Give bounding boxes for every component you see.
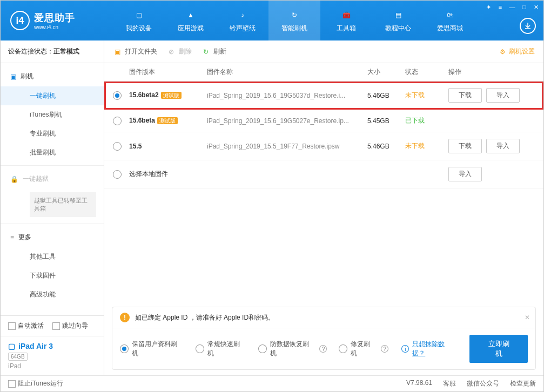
table-header: 固件版本 固件名称 大小 状态 操作 <box>104 63 543 82</box>
open-folder-button[interactable]: ▣ 打开文件夹 <box>113 47 157 56</box>
close-icon[interactable]: ✕ <box>532 3 540 11</box>
sidebar-item-flash-0[interactable]: 一键刷机 <box>1 86 104 105</box>
device-card: ▢ iPad Air 3 64GB iPad <box>1 336 104 375</box>
import-button[interactable]: 导入 <box>486 88 520 103</box>
more-icon: ≡ <box>10 234 14 241</box>
nav-icon: ▢ <box>132 9 145 22</box>
app-version: V7.98.61 <box>406 379 432 388</box>
table-row[interactable]: 15.6beta测试版 iPad_Spring_2019_15.6_19G502… <box>104 110 543 132</box>
menu-icon[interactable]: ≡ <box>496 3 505 11</box>
help-icon[interactable]: ? <box>319 345 327 353</box>
nav-2[interactable]: ♪铃声壁纸 <box>217 1 268 40</box>
row-radio[interactable] <box>113 117 122 125</box>
flash-now-button[interactable]: 立即刷机 <box>469 335 528 363</box>
firmware-status: 未下载 <box>405 91 448 100</box>
delete-button[interactable]: ⊘ 删除 <box>167 47 192 56</box>
firmware-size: 5.46GB <box>367 92 405 99</box>
nav-icon: 🧰 <box>340 9 353 22</box>
beta-tag: 测试版 <box>157 117 178 124</box>
firmware-name: iPad_Spring_2019_15.6_19G5027e_Restore.i… <box>207 117 367 125</box>
firmware-name: iPad_Spring_2019_15.6_19G5037d_Restore.i… <box>207 92 367 99</box>
download-manager-icon[interactable] <box>520 18 536 34</box>
logo-icon: i4 <box>10 11 30 30</box>
import-button[interactable]: 导入 <box>486 139 520 153</box>
local-firmware-row[interactable]: 选择本地固件 导入 <box>104 160 543 188</box>
folder-icon: ▣ <box>113 48 122 56</box>
nav-icon: ♪ <box>236 9 249 22</box>
import-button[interactable]: 导入 <box>448 167 482 181</box>
sidebar-item-flash-1[interactable]: iTunes刷机 <box>1 105 104 124</box>
flash-settings-button[interactable]: ⚙ 刷机设置 <box>500 47 535 56</box>
sidebar-item-flash-3[interactable]: 批量刷机 <box>1 143 104 162</box>
device-name: iPad Air 3 <box>18 342 53 350</box>
sidebar-item-flash-2[interactable]: 专业刷机 <box>1 124 104 143</box>
jailbreak-note: 越狱工具已转移至工具箱 <box>30 192 96 217</box>
device-icon: ▢ <box>8 342 15 350</box>
firmware-status: 未下载 <box>405 141 448 151</box>
sidebar-flash-head[interactable]: ▣ 刷机 <box>1 66 104 86</box>
row-radio[interactable] <box>113 170 122 179</box>
nav-6[interactable]: 🛍爱思商城 <box>424 1 476 40</box>
row-radio[interactable] <box>113 91 122 100</box>
nav-3[interactable]: ↻智能刷机 <box>268 1 320 40</box>
flash-option-2[interactable]: 防数据恢复刷机? <box>258 340 327 358</box>
support-link[interactable]: 客服 <box>443 379 456 388</box>
row-radio[interactable] <box>113 142 122 151</box>
top-nav: ▢我的设备▲应用游戏♪铃声壁纸↻智能刷机🧰工具箱▤教程中心🛍爱思商城 <box>113 1 476 40</box>
notice-text: 如已绑定 Apple ID ，请准备好 Apple ID和密码。 <box>135 313 274 322</box>
sidebar-jailbreak-head: 🔒 一键越狱 <box>1 169 104 189</box>
close-notice-icon[interactable]: ✕ <box>525 314 530 321</box>
option-radio[interactable] <box>196 344 204 353</box>
option-radio[interactable] <box>258 344 267 353</box>
device-type: iPad <box>8 362 96 370</box>
sidebar-item-more-2[interactable]: 高级功能 <box>1 285 104 304</box>
toolbar: ▣ 打开文件夹 ⊘ 删除 ↻ 刷新 ⚙ 刷机设置 <box>104 40 543 63</box>
connection-status: 设备连接状态：正常模式 <box>1 40 104 63</box>
content: ▣ 打开文件夹 ⊘ 删除 ↻ 刷新 ⚙ 刷机设置 固件版本 固件名称 大小 状态… <box>104 40 543 375</box>
refresh-button[interactable]: ↻ 刷新 <box>202 47 226 56</box>
device-storage: 64GB <box>8 353 28 361</box>
app-header: i4 爱思助手 www.i4.cn ▢我的设备▲应用游戏♪铃声壁纸↻智能刷机🧰工… <box>1 1 543 40</box>
refresh-icon: ↻ <box>202 48 210 56</box>
download-button[interactable]: 下载 <box>448 139 482 153</box>
sidebar-more-head[interactable]: ≡ 更多 <box>1 227 104 247</box>
nav-0[interactable]: ▢我的设备 <box>113 1 165 40</box>
check-update-link[interactable]: 检查更新 <box>510 379 536 388</box>
auto-activate-checkbox[interactable]: 自动激活 <box>8 321 44 330</box>
table-row[interactable]: 15.5 iPad_Spring_2019_15.5_19F77_Restore… <box>104 132 543 160</box>
app-title: 爱思助手 <box>34 11 75 24</box>
block-itunes-checkbox[interactable]: 阻止iTunes运行 <box>8 379 63 388</box>
help-icon[interactable]: ? <box>381 345 388 353</box>
gear-icon: ⚙ <box>500 48 506 56</box>
wechat-link[interactable]: 微信公众号 <box>467 379 499 388</box>
download-button[interactable]: 下载 <box>448 88 482 103</box>
nav-icon: 🛍 <box>444 9 456 22</box>
firmware-size: 5.45GB <box>367 117 405 125</box>
erase-link[interactable]: 只想抹除数据？ <box>412 340 458 358</box>
flash-option-1[interactable]: 常规快速刷机 <box>196 340 246 358</box>
nav-4[interactable]: 🧰工具箱 <box>320 1 372 40</box>
maximize-icon[interactable]: □ <box>520 3 528 11</box>
minimize-icon[interactable]: — <box>508 3 516 11</box>
phone-icon: ▣ <box>10 73 16 80</box>
app-logo: i4 爱思助手 www.i4.cn <box>10 11 97 30</box>
nav-icon: ▤ <box>392 9 405 22</box>
sidebar-item-more-0[interactable]: 其他工具 <box>1 247 104 266</box>
table-row[interactable]: 15.6beta2测试版 iPad_Spring_2019_15.6_19G50… <box>104 82 543 110</box>
nav-5[interactable]: ▤教程中心 <box>372 1 424 40</box>
option-radio[interactable] <box>339 344 347 353</box>
sidebar: 设备连接状态：正常模式 ▣ 刷机 一键刷机iTunes刷机专业刷机批量刷机 🔒 … <box>1 40 104 375</box>
skin-icon[interactable]: ✦ <box>484 3 493 11</box>
lock-icon: 🔒 <box>10 175 18 183</box>
beta-tag: 测试版 <box>161 92 182 99</box>
notice-panel: ! 如已绑定 Apple ID ，请准备好 Apple ID和密码。 ✕ 保留用… <box>112 307 536 370</box>
warning-icon: ! <box>120 313 130 322</box>
flash-option-0[interactable]: 保留用户资料刷机 <box>120 340 184 358</box>
sidebar-item-more-1[interactable]: 下载固件 <box>1 266 104 285</box>
skip-guide-checkbox[interactable]: 跳过向导 <box>52 321 88 330</box>
option-radio[interactable] <box>120 344 129 353</box>
nav-icon: ▲ <box>184 9 197 22</box>
nav-icon: ↻ <box>288 9 301 22</box>
flash-option-3[interactable]: 修复刷机? <box>339 340 388 358</box>
nav-1[interactable]: ▲应用游戏 <box>165 1 217 40</box>
